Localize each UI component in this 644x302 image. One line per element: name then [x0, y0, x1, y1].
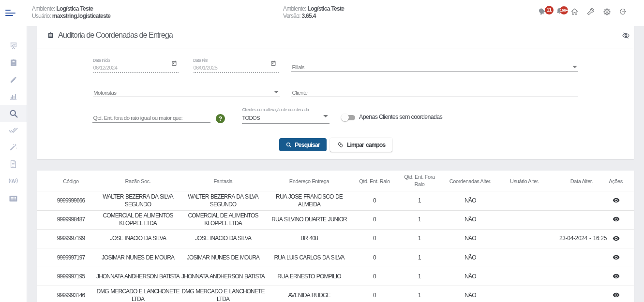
svg-text:A: A	[11, 178, 15, 184]
